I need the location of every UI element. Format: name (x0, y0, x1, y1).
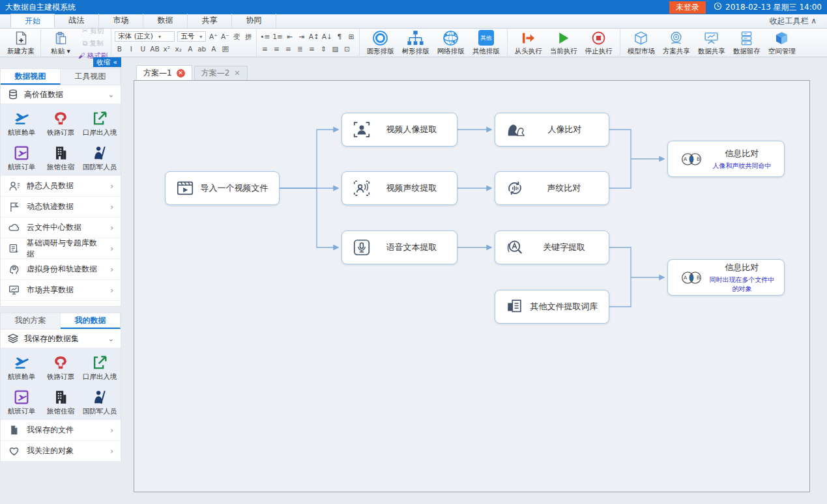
copy-button[interactable]: ⧉ 复制 (78, 38, 108, 48)
dataset-flight-manifest[interactable]: 航班舱单 (2, 109, 41, 137)
align-right-button[interactable]: ≡ (283, 44, 293, 54)
flow-node-speech-text[interactable]: 语音文本提取 (341, 231, 457, 264)
justify-button[interactable]: ≣ (295, 44, 304, 54)
side-tab-0[interactable]: 我的方案 (1, 313, 61, 329)
line-spacing-button[interactable]: ⇕ (319, 44, 328, 54)
ribbon-tab-5[interactable]: 协同 (232, 14, 276, 28)
layout-2-button[interactable]: 网络排版 (433, 29, 469, 57)
italic-button[interactable]: I (126, 44, 136, 54)
side-tab-0[interactable]: 数据视图 (1, 69, 61, 85)
layout-0-button[interactable]: 圆形排版 (363, 29, 398, 57)
change-case-button[interactable]: 变 (232, 31, 241, 42)
sidebar-item-survey-db-data[interactable]: 基础调研与专题库数据 › (1, 238, 121, 259)
table-button[interactable]: ⊞ (347, 31, 356, 42)
superscript-button[interactable]: x² (162, 44, 171, 54)
flow-node-keyword-extract[interactable]: 关键字提取 (495, 231, 609, 264)
char-border-button[interactable]: 囲 (221, 44, 230, 54)
decrease-indent-button[interactable]: ⇤ (285, 31, 295, 42)
underline-button[interactable]: U (138, 44, 147, 54)
cut-button[interactable]: ✂ 剪切 (78, 25, 108, 36)
subscript-button[interactable]: x₂ (174, 44, 183, 54)
manage-1-button[interactable]: 方案共享 (659, 29, 694, 57)
numbered-list-button[interactable]: 1≡ (272, 31, 282, 42)
collapse-toolbar-link[interactable]: 收起工具栏 ∧ (769, 14, 817, 28)
section-header[interactable]: 高价值数据 ⌄ (1, 85, 121, 104)
layout-3-button[interactable]: 其他 其他排版 (469, 29, 504, 57)
font-size-select[interactable]: 五号▾ (177, 31, 206, 42)
side-tab-1[interactable]: 我的数据 (61, 313, 121, 329)
distribute-button[interactable]: ≡ (307, 44, 316, 54)
sidebar-item-virtual-identity-data[interactable]: 虚拟身份和轨迹数据 › (1, 259, 121, 280)
new-plan-button[interactable]: 新建方案 (5, 29, 37, 57)
close-tab-icon[interactable]: ✕ (234, 69, 240, 77)
border-button[interactable]: ⊡ (342, 44, 351, 54)
model-canvas[interactable]: 导入一个视频文件 视频人像提取 视频声纹提取 语音文本提取 人像比对 (134, 80, 810, 492)
chevron-right-icon: › (110, 286, 113, 295)
sidebar-collapse-button[interactable]: 收缩 « (93, 57, 121, 67)
dataset-border-entry-exit[interactable]: 口岸出入境 (80, 109, 119, 137)
run-1-button[interactable]: 当前执行 (546, 29, 581, 57)
flow-node-voice-extract[interactable]: 视频声纹提取 (341, 171, 457, 205)
titlebar: 大数据自主建模系统 未登录 2018-02-13 星期三 14:00 (0, 0, 827, 14)
login-status-badge[interactable]: 未登录 (669, 1, 706, 14)
font-color-button[interactable]: A (209, 44, 218, 54)
grow-font-button[interactable]: A⁺ (209, 31, 218, 42)
plan-tab-1[interactable]: 方案—2 ✕ (194, 66, 248, 80)
text-direction-button[interactable]: A↕ (309, 31, 319, 42)
increase-indent-button[interactable]: ⇥ (297, 31, 306, 42)
sidebar-item-my-saved-files[interactable]: 我保存的文件 › (1, 420, 121, 441)
sidebar-item-market-shared-data[interactable]: 市场共享数据 › (1, 280, 121, 301)
ribbon-tab-3[interactable]: 数据 (143, 14, 188, 28)
sidebar-item-static-person-data[interactable]: 静态人员数据 › (1, 176, 121, 197)
dataset-flight-order[interactable]: 航班订单 (2, 388, 41, 416)
phonetic-guide-button[interactable]: 拼 (244, 31, 253, 42)
bullet-list-button[interactable]: •≡ (260, 31, 270, 42)
dataset-border-entry-exit[interactable]: 口岸出入境 (80, 354, 119, 382)
side-tab-1[interactable]: 工具视图 (61, 69, 121, 85)
ribbon-tab-4[interactable]: 共享 (188, 14, 232, 28)
dataset-flight-manifest[interactable]: 航班舱单 (2, 354, 41, 382)
flow-node-import[interactable]: 导入一个视频文件 (165, 171, 280, 205)
bold-button[interactable]: B (115, 44, 124, 54)
sidebar-item-cloud-file-data[interactable]: 云文件中心数据 › (1, 217, 121, 238)
font-family-select[interactable]: 宋体 (正文)▾ (115, 31, 175, 42)
dataset-hotel-stay[interactable]: 旅馆住宿 (41, 388, 80, 416)
manage-3-button[interactable]: 数据留存 (729, 29, 764, 57)
dataset-defense-personnel[interactable]: 国防军人员 (80, 388, 119, 416)
flow-node-voice-compare[interactable]: 声纹比对 (495, 171, 609, 205)
align-left-button[interactable]: ≡ (260, 44, 269, 54)
close-tab-icon[interactable]: ✕ (177, 69, 185, 77)
sidebar-item-my-followed-objects[interactable]: 我关注的对象 › (1, 441, 121, 462)
align-center-button[interactable]: ≡ (272, 44, 281, 54)
dataset-flight-order[interactable]: 航班订单 (2, 144, 41, 172)
flow-node-info-compare-1[interactable]: AB 信息比对 人像和声纹共同命中 (667, 141, 785, 177)
section-header[interactable]: 我保存的数据集 ⌄ (1, 329, 121, 348)
dataset-railway-ticket[interactable]: 铁路订票 (41, 109, 80, 137)
run-0-button[interactable]: 从头执行 (511, 29, 546, 57)
paragraph-mark-button[interactable]: ¶ (335, 31, 344, 42)
manage-0-button[interactable]: 模型市场 (624, 29, 659, 57)
shading-button[interactable]: ▨ (330, 44, 340, 54)
dataset-railway-ticket[interactable]: 铁路订票 (41, 354, 80, 382)
layout-1-button[interactable]: 树形排版 (398, 29, 433, 57)
manage-4-button[interactable]: 空间管理 (764, 29, 800, 57)
flow-node-face-extract[interactable]: 视频人像提取 (341, 113, 457, 147)
strikethrough-button[interactable]: AB (150, 44, 159, 54)
flow-node-info-compare-2[interactable]: AB 信息比对 同时出现在多个文件中的对象 (667, 259, 785, 296)
shrink-font-button[interactable]: A⁻ (220, 31, 229, 42)
ribbon-tab-0[interactable]: 开始 (10, 14, 55, 28)
panel-tabs: 我的方案我的数据 (1, 313, 121, 329)
clock-icon (714, 2, 722, 12)
flow-node-face-compare[interactable]: 人像比对 (495, 113, 609, 147)
paste-button[interactable]: 粘贴 ▾ (44, 29, 77, 57)
sidebar-item-dynamic-track-data[interactable]: 动态轨迹数据 › (1, 197, 121, 217)
run-2-button[interactable]: 停止执行 (581, 29, 617, 57)
dataset-hotel-stay[interactable]: 旅馆住宿 (41, 144, 80, 172)
dataset-defense-personnel[interactable]: 国防军人员 (80, 144, 119, 172)
sort-button[interactable]: A↓ (322, 31, 332, 42)
manage-2-button[interactable]: 数据共享 (694, 29, 729, 57)
flow-node-other-files-lexicon[interactable]: 其他文件提取词库 (495, 290, 609, 324)
plan-tab-0[interactable]: 方案—1 ✕ (136, 65, 192, 80)
text-effects-button[interactable]: A (186, 44, 195, 54)
highlight-button[interactable]: ab (197, 44, 207, 54)
